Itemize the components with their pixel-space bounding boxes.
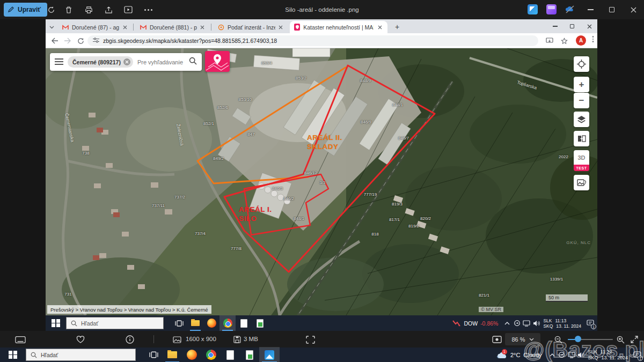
windows-logo-icon [9,351,17,359]
restore-button[interactable] [601,0,623,19]
tab-separator [133,24,134,31]
calc-icon[interactable] [240,347,259,362]
3d-view-button[interactable]: 3D [574,150,589,165]
zoom-in-button[interactable]: + [574,77,589,92]
parcel-label: 819/2 [408,224,419,228]
tab-bazos[interactable]: Podať inzerát - Inzercia zadarm [213,21,287,33]
tab-search-chevron-icon[interactable] [49,23,55,32]
tab-gmail-2[interactable]: Doručené (881) - peter.ontko [135,21,209,33]
rotate-icon[interactable] [46,4,56,15]
favorite-heart-icon[interactable] [75,334,86,345]
tab-close-icon[interactable] [377,24,383,31]
tab-gmail-1[interactable]: Doručené (87) - agconsult8@g [57,21,131,33]
file-explorer-icon[interactable] [163,347,182,362]
slideshow-icon[interactable] [123,4,134,15]
layers-button[interactable] [574,112,589,127]
zoom-out-button[interactable]: − [574,93,589,108]
onedrive-disabled-icon[interactable] [565,4,575,14]
browser-minimize-button[interactable] [547,19,563,33]
menu-hamburger-icon[interactable] [55,57,63,67]
chrome-icon[interactable] [201,347,221,362]
parcel-label: 846/12 [304,171,317,175]
photo-content: Doručené (87) - agconsult8@g Doručené (8… [46,19,597,331]
send-to-device-icon[interactable] [545,36,554,46]
map-attribution: © MV SR [479,307,503,312]
start-button [46,315,66,331]
photos-app-icon[interactable] [259,347,280,362]
browser-restore-button[interactable] [564,19,580,33]
map-breadcrumb[interactable]: Prešovský > Vranov nad Topľou > Vranov n… [47,305,211,314]
chip-remove-icon[interactable] [123,58,130,65]
map-corner-watermark: GKÚ, NLC [566,240,591,245]
tab-label: Kataster nehnuteľností | MAPKA [303,24,374,31]
edit-button[interactable]: Upraviť [4,3,47,17]
url-bar[interactable]: zbgis.skgeodesy.sk/mapka/sk/kataster?pos… [87,35,538,46]
search-icon[interactable] [189,57,197,67]
parcel-label: 737/4 [195,231,206,236]
notification-icon: 1 [583,315,597,331]
reload-icon[interactable] [76,36,85,46]
tab-label: Doručené (87) - agconsult8@g [72,24,119,31]
share-icon[interactable] [103,4,114,15]
zoom-level-dropdown[interactable]: 86 % [505,333,540,345]
clipchamp-app-icon[interactable] [546,4,557,14]
site-settings-icon[interactable] [93,38,99,44]
back-icon[interactable] [50,36,60,46]
tab-close-icon[interactable] [122,24,127,31]
taskbar-search-placeholder: Hľadať [81,320,98,327]
zoom-in-magnifier-icon[interactable] [615,334,626,345]
info-icon[interactable] [125,334,135,345]
clock-language[interactable]: SLK11:22 SKQ13. 11. 2024 [588,349,628,361]
mapka-logo[interactable] [205,51,230,72]
tab-close-icon[interactable] [200,24,205,31]
taskbar-search-box[interactable]: Hľadať [26,349,136,361]
map-search-input[interactable]: Pre vyhľadávanie v katastri [137,59,185,65]
imagery-button[interactable] [574,175,589,190]
weather-widget[interactable]: 1 2°C Cloudy [496,351,542,359]
filmstrip-toggle-icon[interactable] [15,334,26,345]
network-tray-icon[interactable] [567,347,576,362]
forward-icon[interactable] [63,36,72,46]
compare-maps-button[interactable] [574,131,589,146]
map-viewport[interactable]: 853/4853/2848/9848/1853/10852/6852/1846/… [46,48,597,315]
locate-me-button[interactable] [574,56,589,72]
fullscreen-expand-icon[interactable] [629,334,640,345]
browser-menu-icon[interactable] [590,36,596,42]
minimize-button[interactable] [580,0,601,19]
search-chip[interactable]: Čemerné (809217) [68,56,133,68]
fit-to-window-icon[interactable] [492,334,502,345]
bookmark-star-icon[interactable] [559,36,569,46]
tab-close-icon[interactable] [279,24,283,31]
task-view-icon[interactable] [144,347,163,362]
more-options-icon[interactable] [143,4,153,15]
parcel-label: 846/3 [272,186,283,191]
chart-down-icon [452,320,461,327]
zoom-slider-handle[interactable] [575,336,581,342]
screenshot-tray: DOW -0.86% SLK11:13 SKQ13. 11. 2024 1 [452,315,597,331]
parcel-label: 846/7 [398,136,409,141]
writer-doc-icon[interactable] [221,347,240,362]
firefox-icon[interactable] [182,347,201,362]
delete-icon[interactable] [63,4,74,15]
profile-avatar[interactable]: A [576,35,586,46]
areal1-label: AREÁL I.SILO [239,205,272,223]
statusbar-divider [153,335,154,343]
parcel-label: 848/9 [360,78,371,83]
tab-label: Doručené (881) - peter.ontko [150,24,197,31]
volume-tray-icon[interactable] [576,347,586,362]
new-tab-button[interactable]: + [392,21,402,32]
map-scalebar: 50 m [546,294,588,302]
close-button[interactable] [623,0,644,19]
tab-mapka-active[interactable]: Kataster nehnuteľností | MAPKA [290,21,387,33]
parcel-label: 2022 [559,154,568,159]
browser-close-button[interactable] [581,19,597,33]
hidden-icons-chevron[interactable] [547,347,557,362]
zoom-out-magnifier-icon[interactable] [553,334,564,345]
notification-icon[interactable]: 1 [630,347,644,362]
edit-image-app-icon[interactable] [528,4,538,14]
crop-corners-icon[interactable] [305,334,316,345]
map-searchbar[interactable]: Čemerné (809217) Pre vyhľadávanie v kata… [50,53,202,71]
start-button[interactable] [0,347,26,362]
print-icon[interactable] [83,4,94,15]
sync-tray-icon[interactable] [557,347,567,362]
